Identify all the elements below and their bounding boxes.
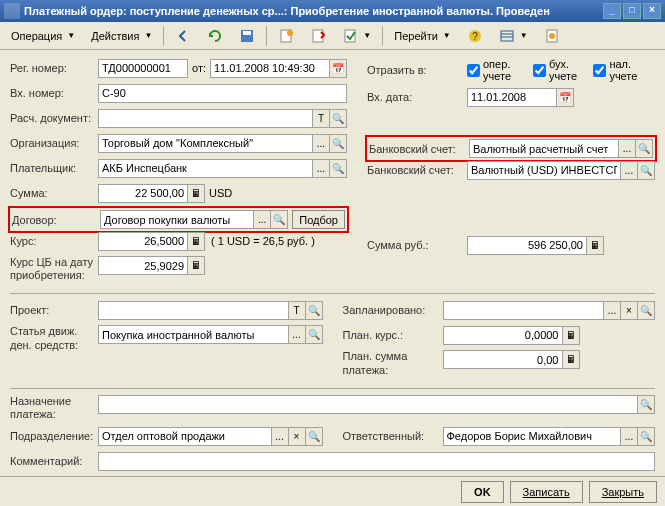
calendar-icon[interactable]: 📅 bbox=[330, 59, 347, 78]
calc-icon[interactable]: 🖩 bbox=[188, 184, 205, 203]
actions-menu[interactable]: Действия▼ bbox=[84, 25, 159, 47]
summa-rub-label: Сумма руб.: bbox=[367, 239, 467, 251]
bank-schet1-label: Банковский счет: bbox=[369, 143, 469, 155]
ellipsis-button[interactable]: ... bbox=[272, 427, 289, 446]
plan-kurs-label: План. курс.: bbox=[343, 329, 443, 341]
search-icon[interactable]: 🔍 bbox=[306, 427, 323, 446]
calc-icon[interactable]: 🖩 bbox=[563, 350, 580, 369]
plan-kurs-input[interactable] bbox=[443, 326, 563, 345]
search-icon[interactable]: 🔍 bbox=[636, 139, 653, 158]
search-icon[interactable]: 🔍 bbox=[330, 134, 347, 153]
podbor-button[interactable]: Подбор bbox=[292, 210, 345, 229]
ellipsis-button[interactable]: ... bbox=[313, 134, 330, 153]
maximize-button[interactable]: □ bbox=[623, 3, 641, 19]
plan-summa-input[interactable] bbox=[443, 350, 563, 369]
search-icon[interactable]: 🔍 bbox=[306, 301, 323, 320]
podrazdel-input[interactable] bbox=[98, 427, 272, 446]
minimize-button[interactable]: _ bbox=[603, 3, 621, 19]
text-button[interactable]: T bbox=[313, 109, 330, 128]
ellipsis-button[interactable]: ... bbox=[289, 325, 306, 344]
search-icon[interactable]: 🔍 bbox=[306, 325, 323, 344]
doc-icon-3[interactable]: ▼ bbox=[335, 25, 378, 47]
summa-rub-input[interactable] bbox=[467, 236, 587, 255]
settings-icon[interactable] bbox=[537, 25, 567, 47]
form-body: Рег. номер: от: 📅 Вх. номер: Расч. докум… bbox=[0, 50, 665, 476]
statya-input[interactable] bbox=[98, 325, 289, 344]
doc-icon-2[interactable] bbox=[303, 25, 333, 47]
dogovor-input[interactable] bbox=[100, 210, 254, 229]
statya-label: Статья движ. ден. средств: bbox=[10, 325, 98, 351]
search-icon[interactable]: 🔍 bbox=[638, 161, 655, 180]
search-icon[interactable]: 🔍 bbox=[271, 210, 288, 229]
zapisat-button[interactable]: Записать bbox=[510, 481, 583, 503]
save-icon[interactable] bbox=[232, 25, 262, 47]
ellipsis-button[interactable]: ... bbox=[604, 301, 621, 320]
kurs-input[interactable] bbox=[98, 232, 188, 251]
search-icon[interactable]: 🔍 bbox=[638, 395, 655, 414]
svg-point-3 bbox=[287, 30, 293, 36]
ellipsis-button[interactable]: ... bbox=[254, 210, 271, 229]
ellipsis-button[interactable]: ... bbox=[621, 427, 638, 446]
bank-schet1-input[interactable] bbox=[469, 139, 619, 158]
titlebar: Платежный ордер: поступление денежных ср… bbox=[0, 0, 665, 22]
doc-icon-1[interactable] bbox=[271, 25, 301, 47]
svg-point-12 bbox=[549, 33, 555, 39]
refresh-icon[interactable] bbox=[200, 25, 230, 47]
goto-menu[interactable]: Перейти▼ bbox=[387, 25, 458, 47]
zakryt-button[interactable]: Закрыть bbox=[589, 481, 657, 503]
calc-icon[interactable]: 🖩 bbox=[587, 236, 604, 255]
org-input[interactable] bbox=[98, 134, 313, 153]
reg-num-label: Рег. номер: bbox=[10, 62, 98, 74]
operation-menu[interactable]: Операция▼ bbox=[4, 25, 82, 47]
buh-uchete-check[interactable]: бух. учете bbox=[533, 58, 585, 82]
app-icon bbox=[4, 3, 20, 19]
reg-date-input[interactable] bbox=[210, 59, 330, 78]
ok-button[interactable]: OK bbox=[461, 481, 504, 503]
clear-button[interactable]: × bbox=[289, 427, 306, 446]
text-button[interactable]: T bbox=[289, 301, 306, 320]
window-title: Платежный ордер: поступление денежных ср… bbox=[24, 5, 603, 17]
ellipsis-button[interactable]: ... bbox=[619, 139, 636, 158]
toolbar: Операция▼ Действия▼ ▼ Перейти▼ ? ▼ bbox=[0, 22, 665, 50]
podrazdel-label: Подразделение: bbox=[10, 430, 98, 442]
vh-data-input[interactable] bbox=[467, 88, 557, 107]
calc-icon[interactable]: 🖩 bbox=[188, 256, 205, 275]
in-num-input[interactable] bbox=[98, 84, 347, 103]
search-icon[interactable]: 🔍 bbox=[638, 301, 655, 320]
naznachenie-input[interactable] bbox=[98, 395, 638, 414]
reg-num-input[interactable] bbox=[98, 59, 188, 78]
calendar-icon[interactable]: 📅 bbox=[557, 88, 574, 107]
search-icon[interactable]: 🔍 bbox=[638, 427, 655, 446]
otvetstvenny-input[interactable] bbox=[443, 427, 622, 446]
proekt-input[interactable] bbox=[98, 301, 289, 320]
svg-rect-1 bbox=[243, 31, 251, 35]
svg-text:?: ? bbox=[472, 31, 478, 42]
help-icon[interactable]: ? bbox=[460, 25, 490, 47]
rasch-doc-label: Расч. документ: bbox=[10, 112, 98, 124]
clear-button[interactable]: × bbox=[621, 301, 638, 320]
naznachenie-label: Назначение платежа: bbox=[10, 395, 98, 421]
search-icon[interactable]: 🔍 bbox=[330, 159, 347, 178]
calc-icon[interactable]: 🖩 bbox=[188, 232, 205, 251]
nav-back-icon[interactable] bbox=[168, 25, 198, 47]
search-icon[interactable]: 🔍 bbox=[330, 109, 347, 128]
bank-schet2-input[interactable] bbox=[467, 161, 621, 180]
rasch-doc-input[interactable] bbox=[98, 109, 313, 128]
zaplan-input[interactable] bbox=[443, 301, 605, 320]
kurs-label: Курс: bbox=[10, 235, 98, 247]
nal-uchete-check[interactable]: нал. учете bbox=[593, 58, 647, 82]
plat-input[interactable] bbox=[98, 159, 313, 178]
ellipsis-button[interactable]: ... bbox=[313, 159, 330, 178]
summa-input[interactable] bbox=[98, 184, 188, 203]
form-icon[interactable]: ▼ bbox=[492, 25, 535, 47]
calc-icon[interactable]: 🖩 bbox=[563, 326, 580, 345]
vh-data-label: Вх. дата: bbox=[367, 91, 467, 103]
kurs-cb-input[interactable] bbox=[98, 256, 188, 275]
kommentariy-input[interactable] bbox=[98, 452, 655, 471]
footer: OK Записать Закрыть bbox=[0, 476, 665, 506]
svg-rect-8 bbox=[501, 31, 513, 41]
zaplan-label: Запланировано: bbox=[343, 304, 443, 316]
oper-uchete-check[interactable]: опер. учете bbox=[467, 58, 525, 82]
ellipsis-button[interactable]: ... bbox=[621, 161, 638, 180]
close-button[interactable]: × bbox=[643, 3, 661, 19]
